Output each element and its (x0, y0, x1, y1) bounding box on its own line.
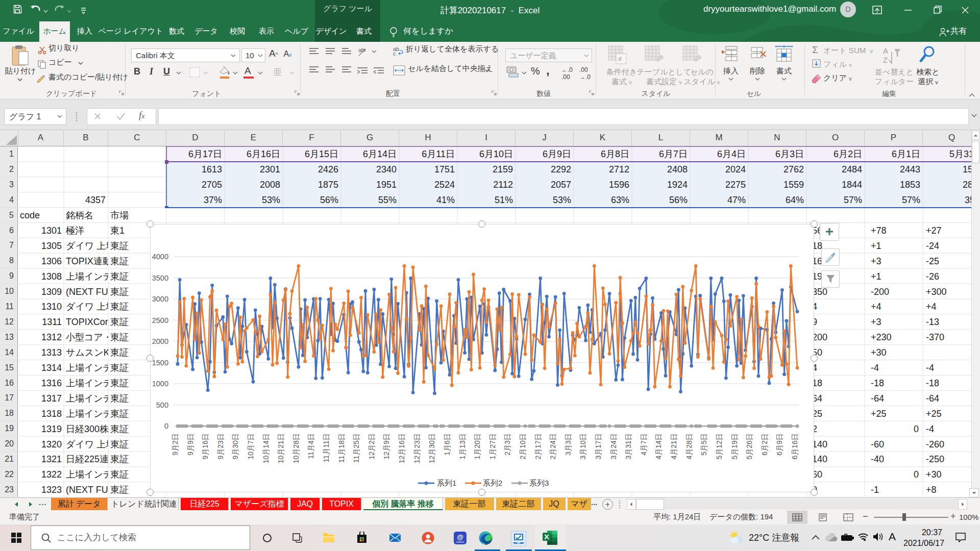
svg-text:4月14日: 4月14日 (655, 433, 663, 459)
svg-text:9月30日: 9月30日 (231, 433, 239, 459)
svg-text:3500: 3500 (152, 274, 168, 282)
svg-text:5月12日: 5月12日 (715, 433, 723, 459)
svg-text:3月24日: 3月24日 (609, 433, 618, 459)
svg-text:11月25日: 11月25日 (352, 433, 360, 463)
svg-text:5月19日: 5月19日 (730, 433, 739, 459)
svg-text:10月7日: 10月7日 (247, 433, 255, 459)
svg-text:系列3: 系列3 (529, 479, 549, 487)
svg-text:9月16日: 9月16日 (201, 433, 209, 459)
svg-text:11月4日: 11月4日 (307, 433, 315, 459)
svg-text:3000: 3000 (152, 295, 168, 303)
svg-text:c: c (393, 51, 396, 56)
svg-text:0: 0 (164, 422, 168, 430)
svg-text:2月3日: 2月3日 (503, 433, 511, 456)
svg-text:9月9日: 9月9日 (186, 433, 194, 456)
svg-text:6月16日: 6月16日 (791, 433, 799, 459)
svg-text:1000: 1000 (152, 380, 168, 388)
svg-text:12月16日: 12月16日 (398, 433, 406, 463)
svg-text:系列2: 系列2 (483, 479, 502, 487)
svg-text:3月17日: 3月17日 (594, 433, 602, 459)
svg-text:12月2日: 12月2日 (368, 433, 376, 459)
svg-text:500: 500 (156, 401, 168, 409)
svg-text:10月14日: 10月14日 (262, 433, 270, 463)
svg-text:1月13日: 1月13日 (458, 433, 467, 459)
svg-text:1月20日: 1月20日 (473, 433, 481, 459)
svg-text:@: @ (457, 533, 463, 541)
svg-text:9月2日: 9月2日 (171, 433, 179, 456)
svg-text:4月7日: 4月7日 (640, 433, 648, 456)
svg-text:10月21日: 10月21日 (277, 433, 285, 463)
svg-text:1月27日: 1月27日 (488, 433, 497, 459)
svg-text:5月26日: 5月26日 (745, 433, 753, 459)
svg-text:11月18日: 11月18日 (337, 433, 346, 463)
svg-text:menu: menu (456, 540, 464, 543)
svg-text:4000: 4000 (152, 253, 168, 261)
svg-text:6月2日: 6月2日 (761, 433, 769, 456)
svg-text:10月28日: 10月28日 (292, 433, 300, 463)
svg-text:2月17日: 2月17日 (534, 433, 542, 459)
svg-text:12月9日: 12月9日 (383, 433, 391, 459)
svg-text:5月5日: 5月5日 (700, 433, 708, 456)
svg-text:1月6日: 1月6日 (443, 433, 451, 456)
svg-text:ab: ab (358, 47, 364, 53)
svg-text:9月23日: 9月23日 (216, 433, 225, 459)
svg-text:2000: 2000 (152, 337, 168, 345)
svg-text:12月23日: 12月23日 (413, 433, 421, 463)
svg-text:A: A (883, 46, 888, 55)
svg-text:1500: 1500 (152, 359, 168, 367)
svg-text:≠: ≠ (618, 55, 622, 63)
svg-text:Z: Z (883, 56, 888, 64)
svg-text:12月30日: 12月30日 (428, 433, 436, 463)
svg-text:3月3日: 3月3日 (564, 433, 572, 456)
svg-text:3月10日: 3月10日 (579, 433, 587, 459)
svg-text:4月28日: 4月28日 (685, 433, 693, 459)
svg-text:6月9日: 6月9日 (775, 433, 783, 456)
svg-text:3月31日: 3月31日 (624, 433, 632, 459)
svg-text:2500: 2500 (152, 316, 168, 324)
svg-text:2月10日: 2月10日 (519, 433, 527, 459)
svg-text:2月24日: 2月24日 (549, 433, 557, 459)
svg-text:系列1: 系列1 (437, 479, 456, 487)
svg-text:4月21日: 4月21日 (670, 433, 678, 459)
svg-text:11月11日: 11月11日 (322, 433, 330, 462)
